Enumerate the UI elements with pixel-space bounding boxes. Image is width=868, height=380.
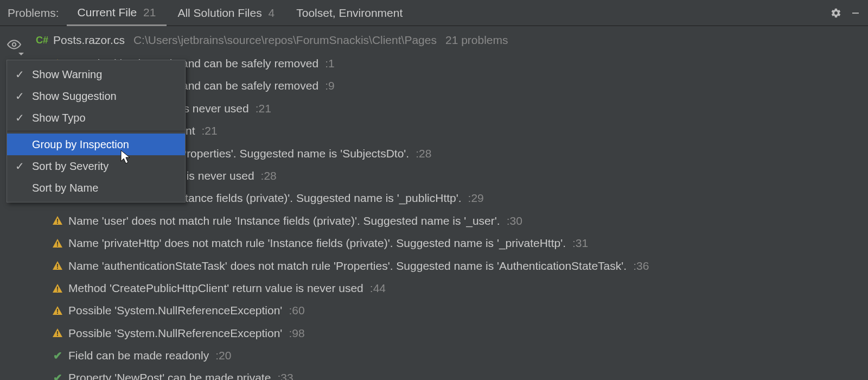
warning-icon [52, 328, 63, 338]
menu-item-label: Show Warning [32, 68, 102, 81]
issue-row[interactable]: Name 'authenticationStateTask' does not … [50, 255, 863, 277]
issue-line-number: :20 [215, 347, 231, 363]
menu-item-label: Show Suggestion [32, 90, 117, 103]
problems-tabbar: Problems: Current File 21 All Solution F… [0, 0, 868, 26]
tab-label: Toolset, Environment [296, 7, 403, 19]
issue-text: Possible 'System.NullReferenceException' [68, 302, 282, 318]
menu-show-suggestion[interactable]: ✓ Show Suggestion [7, 85, 185, 107]
menu-show-typo[interactable]: ✓ Show Typo [7, 107, 185, 129]
issue-line-number: :21 [256, 100, 271, 116]
menu-item-label: Sort by Name [32, 182, 98, 194]
tab-label: Current File [78, 6, 137, 18]
issue-row[interactable]: Possible 'System.NullReferenceException'… [50, 299, 863, 321]
issue-line-number: :28 [261, 168, 277, 183]
issue-line-number: :30 [507, 213, 522, 229]
menu-item-label: Sort by Severity [32, 160, 108, 173]
issue-row[interactable]: Method 'CreatePublicHttpClient' return v… [50, 277, 863, 299]
menu-show-warning[interactable]: ✓ Show Warning [7, 64, 185, 85]
menu-item-label: Group by Inspection [32, 138, 129, 151]
issue-text: Field can be made readonly [68, 347, 209, 363]
minimize-button[interactable] [848, 6, 863, 20]
issue-line-number: :60 [289, 302, 304, 318]
issue-row[interactable]: ✔Property 'NewPost' can be made private:… [50, 366, 863, 380]
issue-row[interactable]: Possible 'System.NullReferenceException'… [50, 322, 863, 344]
eye-icon [7, 39, 21, 50]
menu-sort-by-severity[interactable]: ✓ Sort by Severity [7, 155, 185, 177]
svg-rect-0 [852, 12, 859, 14]
menu-group-by-inspection[interactable]: Group by Inspection [7, 134, 185, 155]
issue-line-number: :36 [633, 258, 649, 274]
check-icon: ✓ [15, 90, 24, 103]
warning-icon [52, 283, 63, 293]
csharp-file-icon: C# [36, 35, 49, 46]
issue-text: Possible 'System.NullReferenceException' [68, 325, 282, 341]
issue-row[interactable]: Name 'user' does not match rule 'Instanc… [50, 210, 863, 232]
issue-line-number: :31 [572, 235, 588, 251]
tab-all-solution-files[interactable]: All Solution Files 4 [167, 0, 285, 26]
issue-text: Name 'privateHttp' does not match rule '… [68, 235, 566, 251]
issue-text: Name 'authenticationStateTask' does not … [68, 258, 627, 274]
file-problem-count: 21 problems [445, 34, 508, 47]
issue-line-number: :21 [202, 123, 218, 138]
view-options-menu: ✓ Show Warning ✓ Show Suggestion ✓ Show … [7, 60, 186, 202]
chevron-down-icon [18, 53, 24, 55]
issue-line-number: :98 [289, 325, 304, 341]
menu-separator [7, 131, 185, 131]
tab-label: All Solution Files [177, 7, 261, 19]
issue-line-number: :44 [370, 280, 386, 296]
issue-line-number: :33 [277, 370, 293, 380]
issue-text: Property 'NewPost' can be made private [68, 370, 271, 380]
tab-toolset-environment[interactable]: Toolset, Environment [285, 0, 413, 26]
warning-icon [52, 261, 63, 270]
issue-row[interactable]: ✔Field can be made readonly:20 [50, 344, 863, 366]
issue-row[interactable]: Name 'privateHttp' does not match rule '… [50, 232, 863, 254]
issue-line-number: :9 [325, 78, 335, 93]
check-icon: ✓ [15, 111, 24, 124]
minimize-icon [851, 8, 860, 18]
issue-line-number: :28 [416, 145, 431, 161]
issue-text: Name 'user' does not match rule 'Instanc… [68, 213, 500, 229]
problems-label: Problems: [5, 0, 67, 26]
tab-count: 4 [269, 7, 275, 19]
file-name: Posts.razor.cs [53, 34, 125, 47]
tab-current-file[interactable]: Current File 21 [67, 0, 167, 26]
suggestion-ok-icon: ✔ [52, 373, 63, 380]
warning-icon [52, 216, 63, 225]
issue-line-number: :1 [325, 55, 335, 71]
svg-point-1 [12, 43, 16, 47]
menu-item-label: Show Typo [32, 112, 86, 124]
issue-line-number: :29 [468, 190, 484, 206]
warning-icon [52, 306, 63, 315]
warning-icon [52, 238, 63, 248]
issue-text: Method 'CreatePublicHttpClient' return v… [68, 280, 363, 296]
check-icon: ✓ [15, 68, 24, 81]
check-icon: ✓ [15, 160, 24, 173]
suggestion-ok-icon: ✔ [52, 351, 63, 360]
file-header[interactable]: C# Posts.razor.cs C:\Users\jetbrains\sou… [34, 34, 863, 47]
menu-sort-by-name[interactable]: Sort by Name [7, 177, 185, 199]
settings-button[interactable] [829, 6, 843, 20]
gear-icon [831, 8, 841, 18]
view-options-button[interactable] [4, 36, 24, 53]
tab-count: 21 [143, 6, 156, 18]
file-path: C:\Users\jetbrains\source\repos\ForumSna… [133, 34, 437, 47]
